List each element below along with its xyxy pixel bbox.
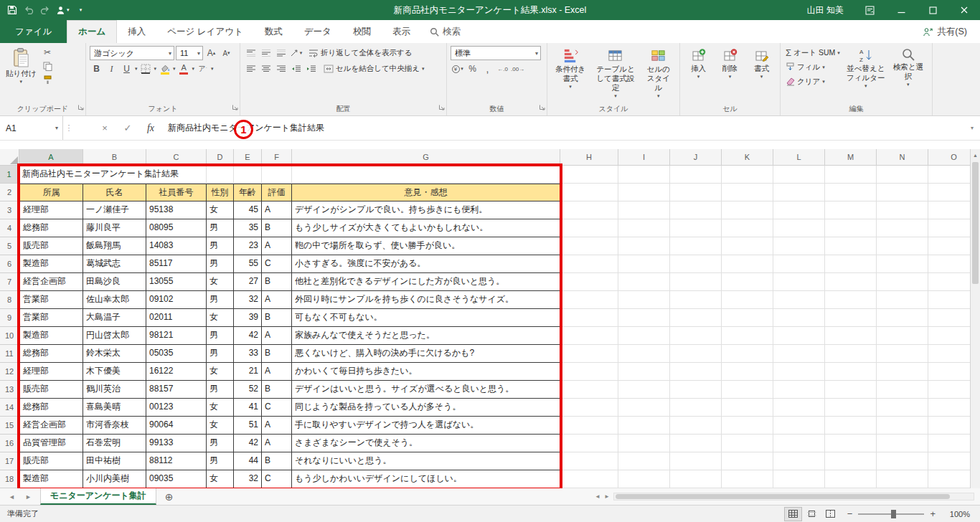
dialog-launcher-icon[interactable] xyxy=(438,100,445,113)
column-header-H[interactable]: H xyxy=(560,149,618,166)
column-header-C[interactable]: C xyxy=(146,149,207,166)
cell-M17[interactable] xyxy=(825,452,877,470)
borders-button[interactable] xyxy=(139,62,153,75)
cell-C14[interactable]: 00123 xyxy=(146,399,207,417)
cell-L6[interactable] xyxy=(773,255,825,273)
cell-L16[interactable] xyxy=(773,435,825,452)
dialog-launcher-icon[interactable] xyxy=(77,100,84,113)
fill-button[interactable]: フィル ▾ xyxy=(784,60,842,74)
cell-C5[interactable]: 14083 xyxy=(146,237,207,255)
cell-D18[interactable]: 女 xyxy=(207,470,234,488)
cell-B18[interactable]: 小川内美樹 xyxy=(83,470,146,488)
cell-H14[interactable] xyxy=(560,399,618,417)
cell-M5[interactable] xyxy=(825,237,877,255)
cell-A3[interactable]: 経理部 xyxy=(19,201,83,219)
align-right-icon[interactable] xyxy=(274,62,288,75)
chevron-down-icon[interactable]: ▾ xyxy=(192,66,195,72)
format-as-table-button[interactable]: テーブルとして書式設定 ▾ xyxy=(592,46,639,104)
column-header-M[interactable]: M xyxy=(825,149,877,166)
zoom-in-icon[interactable]: + xyxy=(930,508,936,519)
cell-B4[interactable]: 藤川良平 xyxy=(83,219,146,237)
scroll-up-icon[interactable]: ▲ xyxy=(971,149,980,161)
row-header-4[interactable]: 4 xyxy=(0,219,19,237)
comma-format-icon[interactable]: , xyxy=(481,62,494,75)
cell-C15[interactable]: 90064 xyxy=(146,417,207,435)
cell-B2[interactable]: 氏名 xyxy=(83,184,146,201)
cell-H13[interactable] xyxy=(560,381,618,399)
cell-B6[interactable]: 葛城武志 xyxy=(83,255,146,273)
minimize-button[interactable] xyxy=(885,0,917,20)
share-button[interactable]: 共有(S) xyxy=(910,20,980,43)
cell-D5[interactable]: 男 xyxy=(207,237,234,255)
close-button[interactable] xyxy=(948,0,980,20)
cell-N15[interactable] xyxy=(877,417,928,435)
cell-K3[interactable] xyxy=(722,201,773,219)
cell-I7[interactable] xyxy=(618,273,670,291)
cell-H7[interactable] xyxy=(560,273,618,291)
cell-C3[interactable]: 95138 xyxy=(146,201,207,219)
cell-E4[interactable]: 35 xyxy=(234,219,262,237)
cell-K14[interactable] xyxy=(722,399,773,417)
cell-A7[interactable]: 経営企画部 xyxy=(19,273,83,291)
cell-J6[interactable] xyxy=(670,255,722,273)
cancel-formula-icon[interactable]: × xyxy=(93,116,116,140)
cell-B5[interactable]: 飯島翔馬 xyxy=(83,237,146,255)
cell-I1[interactable] xyxy=(618,166,670,184)
cell-F17[interactable]: B xyxy=(262,452,292,470)
align-top-icon[interactable] xyxy=(244,47,258,60)
cell-L18[interactable] xyxy=(773,470,825,488)
normal-view-icon[interactable] xyxy=(785,508,801,521)
cell-K10[interactable] xyxy=(722,327,773,345)
row-header-3[interactable]: 3 xyxy=(0,201,19,219)
cell-H17[interactable] xyxy=(560,452,618,470)
cell-M1[interactable] xyxy=(825,166,877,184)
cell-I3[interactable] xyxy=(618,201,670,219)
increase-decimal-icon[interactable]: ←.0 xyxy=(496,62,509,75)
cell-H6[interactable] xyxy=(560,255,618,273)
cell-C6[interactable]: 85117 xyxy=(146,255,207,273)
font-name-select[interactable]: 游ゴシック ▾ xyxy=(90,46,174,60)
cell-F10[interactable]: A xyxy=(262,327,292,345)
cell-L11[interactable] xyxy=(773,345,825,363)
cell-E18[interactable]: 32 xyxy=(234,470,262,488)
cell-D8[interactable]: 男 xyxy=(207,291,234,309)
number-format-select[interactable]: 標準 ▾ xyxy=(451,46,541,60)
cell-F1[interactable] xyxy=(262,166,292,184)
qat-customize-icon[interactable]: ▾ xyxy=(75,3,86,17)
cell-A14[interactable]: 総務部 xyxy=(19,399,83,417)
touch-mouse-mode-icon[interactable]: ▾ xyxy=(56,3,70,17)
row-header-8[interactable]: 8 xyxy=(0,291,19,309)
cell-B16[interactable]: 石巻宏明 xyxy=(83,435,146,452)
cell-A6[interactable]: 製造部 xyxy=(19,255,83,273)
tab-insert[interactable]: 挿入 xyxy=(117,20,156,43)
select-all-button[interactable] xyxy=(0,149,19,166)
cell-N4[interactable] xyxy=(877,219,928,237)
cell-A5[interactable]: 販売部 xyxy=(19,237,83,255)
cell-C13[interactable]: 88157 xyxy=(146,381,207,399)
cell-J18[interactable] xyxy=(670,470,722,488)
cell-G17[interactable]: それなりにいいと思う。 xyxy=(292,452,560,470)
row-header-16[interactable]: 16 xyxy=(0,435,19,452)
cell-N8[interactable] xyxy=(877,291,928,309)
tell-me-search-box[interactable]: 検索 xyxy=(421,20,469,43)
cell-K4[interactable] xyxy=(722,219,773,237)
cell-D13[interactable]: 男 xyxy=(207,381,234,399)
column-header-J[interactable]: J xyxy=(670,149,722,166)
cell-E10[interactable]: 42 xyxy=(234,327,262,345)
cell-C11[interactable]: 05035 xyxy=(146,345,207,363)
row-header-7[interactable]: 7 xyxy=(0,273,19,291)
cell-L3[interactable] xyxy=(773,201,825,219)
cell-I2[interactable] xyxy=(618,184,670,201)
column-header-I[interactable]: I xyxy=(618,149,670,166)
sort-filter-button[interactable]: AZ 並べ替えとフィルター ▾ xyxy=(844,46,888,104)
sheet-next-icon[interactable]: ► xyxy=(25,493,32,500)
cell-D9[interactable]: 女 xyxy=(207,309,234,327)
cell-F11[interactable]: B xyxy=(262,345,292,363)
vertical-scrollbar[interactable]: ▲ xyxy=(970,149,980,488)
cell-E9[interactable]: 39 xyxy=(234,309,262,327)
row-header-5[interactable]: 5 xyxy=(0,237,19,255)
zoom-percentage[interactable]: 100% xyxy=(944,510,970,518)
cell-H15[interactable] xyxy=(560,417,618,435)
row-header-9[interactable]: 9 xyxy=(0,309,19,327)
row-header-1[interactable]: 1 xyxy=(0,166,19,184)
